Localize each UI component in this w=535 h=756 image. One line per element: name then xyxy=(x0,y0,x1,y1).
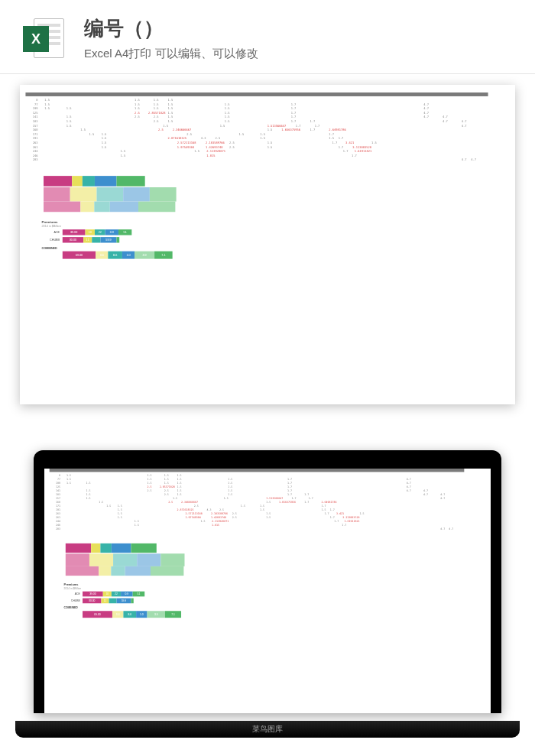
data-cell: 2.5 xyxy=(135,111,140,114)
data-cell: 4.7 xyxy=(462,158,467,161)
data-cell: 1.5 xyxy=(44,98,50,101)
row-id: 199 xyxy=(25,107,37,110)
page-title: 编号（） xyxy=(84,15,512,42)
data-cell: 1.7 xyxy=(339,137,344,140)
data-cell: 2.5 xyxy=(164,489,169,492)
data-cell: 4.7 xyxy=(423,489,428,492)
data-cell: 4.7 xyxy=(423,111,429,114)
data-cell: 4.7 xyxy=(462,124,467,127)
data-cell: 4.7 xyxy=(440,527,445,530)
data-cell: 1.5 xyxy=(135,520,139,523)
data-cell: 1.7 xyxy=(310,119,315,122)
data-cell: 2.871618325 xyxy=(167,137,186,140)
data-cell: 1.5 xyxy=(194,149,199,152)
data-cell: 2.5 xyxy=(168,501,173,504)
data-cell: 1.5 xyxy=(260,508,264,511)
data-cell: 1.7 xyxy=(342,524,346,527)
row-id: 244 xyxy=(25,149,37,152)
data-cell: 1.5 xyxy=(148,478,152,481)
data-cell: 1.5 xyxy=(173,497,177,500)
data-cell: 1.42693748 xyxy=(206,145,222,148)
laptop-base: 菜鸟图库 xyxy=(15,721,520,738)
data-cell: 1.7 xyxy=(310,128,315,131)
series-label: CHUBB xyxy=(64,599,80,602)
data-cell: 1.5 xyxy=(86,497,90,500)
page-subtitle: Excel A4打印 可以编辑、可以修改 xyxy=(84,47,512,61)
data-cell: 1.5 xyxy=(66,107,72,110)
document-preview-small: 01.51.51.51.5771.51.51.51.51.51.74.71991… xyxy=(44,469,491,713)
row-id: 199 xyxy=(50,482,60,485)
data-cell: 1.5 xyxy=(102,132,107,135)
data-cell: 4.7 xyxy=(407,482,411,485)
data-cell: 1.815 xyxy=(212,524,219,527)
data-cell: 1.5 xyxy=(360,512,365,515)
data-cell: 2.5 xyxy=(164,493,169,496)
data-cell: 2.113928071 xyxy=(206,149,225,152)
data-cell: 1.97549384 xyxy=(186,516,201,519)
data-cell: 1.5 xyxy=(164,478,169,481)
data-cell: 1.5 xyxy=(238,132,244,135)
data-cell: 1.5 xyxy=(177,485,181,488)
data-cell: 1.5 xyxy=(225,111,230,114)
data-cell: 1.7 xyxy=(291,115,297,118)
data-cell: 4.7 xyxy=(423,102,429,105)
data-cell: 1.7 xyxy=(304,501,309,504)
data-cell: 4.7 xyxy=(440,497,445,500)
row-id: 263 xyxy=(50,512,60,515)
data-cell: 1.5 xyxy=(44,107,50,110)
data-cell: 1.5 xyxy=(260,132,265,135)
data-cell: 2.871618325 xyxy=(177,508,193,511)
data-cell: 1.7 xyxy=(287,482,292,485)
data-cell: 1.5 xyxy=(228,493,232,496)
data-cell: 4.7 xyxy=(423,107,429,110)
data-cell: 1.7 xyxy=(309,497,313,500)
data-cell: 4.3 xyxy=(201,137,206,140)
data-cell: 1.7 xyxy=(329,132,334,135)
data-cell: 1.7 xyxy=(287,493,292,496)
data-cell: 1.5 xyxy=(120,149,125,152)
data-cell: 2.346666667 xyxy=(181,501,198,504)
data-cell: 1.5 xyxy=(118,516,122,519)
data-cell: 1.42693748 xyxy=(211,516,226,519)
data-cell: 1.7 xyxy=(287,478,292,481)
row-id: 141 xyxy=(50,489,60,492)
excel-icon: X xyxy=(23,15,69,61)
row-id: 125 xyxy=(25,111,37,114)
data-cell: 1.7 xyxy=(287,485,292,488)
row-id: 191 xyxy=(50,508,60,511)
data-cell: 4.7 xyxy=(423,115,429,118)
data-cell: 2.5 xyxy=(229,145,235,148)
data-cell: 4.7 xyxy=(407,478,411,481)
data-cell: 1.5 xyxy=(225,102,230,105)
data-cell: 1.5 xyxy=(228,478,232,481)
data-cell: 1.5 xyxy=(167,102,173,105)
data-cell: 1.5 xyxy=(118,508,122,511)
data-cell: 2.5 xyxy=(229,141,235,144)
data-cell: 1.5 xyxy=(135,524,139,527)
row-id: 183 xyxy=(25,119,37,122)
data-cell: 1.5 xyxy=(228,482,232,485)
data-cell: 1.7 xyxy=(291,119,297,122)
laptop-label: 菜鸟图库 xyxy=(252,724,283,735)
data-cell: 1.5 xyxy=(66,478,71,481)
data-cell: 1.5 xyxy=(224,497,229,500)
combined-title: COMBINED xyxy=(42,247,494,250)
data-cell: 1.5 xyxy=(135,102,140,105)
data-cell: 3.113083528 xyxy=(352,145,371,148)
data-cell: 4.7 xyxy=(471,158,476,161)
data-cell: 2.5 xyxy=(232,512,237,515)
data-cell: 1.815 xyxy=(206,154,215,157)
data-cell: 2.85571828 xyxy=(148,111,165,114)
data-cell: 1.5 xyxy=(89,132,95,135)
data-cell: 1.7 xyxy=(343,149,349,152)
row-id: 0 xyxy=(50,474,60,477)
data-cell: 2.5 xyxy=(154,115,159,118)
data-cell: 1.5 xyxy=(268,145,273,148)
data-cell: 1.5 xyxy=(266,516,271,519)
data-cell: 2.85571828 xyxy=(160,485,175,488)
data-cell: 1.7 xyxy=(332,141,338,144)
row-id: 203 xyxy=(50,527,60,530)
excel-x-letter: X xyxy=(23,26,49,52)
row-id: 0 xyxy=(25,98,37,101)
data-cell: 1.5 xyxy=(106,505,111,508)
